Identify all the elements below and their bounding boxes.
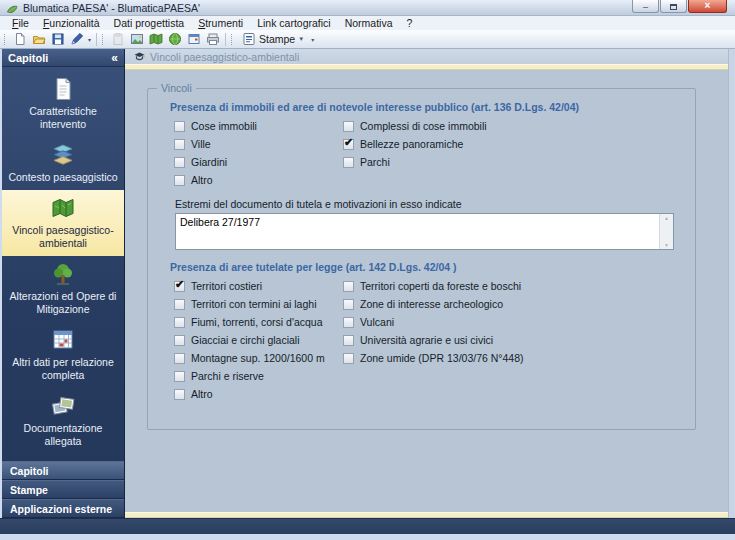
map-button[interactable]: [146, 31, 165, 48]
document-textbox[interactable]: Delibera 27/1977 ▲ ▼: [175, 213, 674, 250]
checkbox-label: Cose immobili: [191, 120, 257, 132]
nav-button-stampe[interactable]: Stampe: [2, 480, 124, 499]
checkbox-label: Territori con termini ai laghi: [191, 298, 316, 310]
minimize-button[interactable]: –: [632, 0, 659, 13]
stampe-button[interactable]: Stampe ▼: [237, 31, 309, 48]
checkbox-box[interactable]: [174, 371, 185, 382]
textbox-scrollbar[interactable]: ▲ ▼: [659, 214, 673, 249]
menu-item-dati-progettista[interactable]: Dati progettista: [107, 17, 192, 29]
checkbox-parchi-e-riserve[interactable]: Parchi e riserve: [170, 367, 339, 385]
checkbox-vulcani[interactable]: Vulcani: [339, 313, 681, 331]
collapse-sidebar-icon[interactable]: «: [111, 51, 118, 65]
checkbox-universita-agrarie-e-usi-civici[interactable]: Università agrarie e usi civici: [339, 331, 681, 349]
menu-item-funzionalita[interactable]: Funzionalità: [36, 17, 107, 29]
image-icon: [130, 32, 144, 46]
sidebar-item-alterazioni-ed-opere-di-mitigazione[interactable]: Alterazioni ed Opere di Mitigazione: [2, 256, 124, 322]
toolbar-options-arrow[interactable]: ▾: [86, 36, 93, 43]
checkbox-box[interactable]: ✔: [174, 281, 185, 292]
toolbar-overflow-arrow[interactable]: ▾: [309, 36, 316, 43]
checkbox-zone-umide[interactable]: Zone umide (DPR 13/03/76 N°448): [339, 349, 681, 367]
checkbox-cose-immobili[interactable]: Cose immobili: [170, 117, 339, 135]
stampe-doc-icon: [242, 32, 256, 46]
window-frame-right[interactable]: [728, 49, 735, 518]
menu-item-normativa[interactable]: Normativa: [338, 17, 400, 29]
checkbox-box[interactable]: [343, 317, 354, 328]
checkbox-label: Fiumi, torrenti, corsi d'acqua: [191, 316, 323, 328]
checkbox-altro-2[interactable]: Altro: [170, 385, 339, 403]
checkbox-zone-di-interesse-archeologico[interactable]: Zone di interesse archeologico: [339, 295, 681, 313]
scroll-up-icon[interactable]: ▲: [664, 215, 669, 221]
form-window-icon: [187, 32, 201, 46]
checkbox-label: Vulcani: [360, 316, 394, 328]
checkbox-altro-1[interactable]: Altro: [170, 171, 339, 189]
checkbox-box[interactable]: [174, 175, 185, 186]
menu-item-link-cartografici[interactable]: Link cartografici: [250, 17, 338, 29]
checkbox-territori-con-termini-ai-laghi[interactable]: Territori con termini ai laghi: [170, 295, 339, 313]
globe-button[interactable]: [165, 31, 184, 48]
checkbox-box[interactable]: [343, 335, 354, 346]
toolbar-grip[interactable]: [4, 34, 7, 45]
menu-item-file[interactable]: File: [5, 17, 36, 29]
sidebar-item-vincoli-paesaggistico-ambientali[interactable]: Vincoli paesaggistico-ambientali: [2, 190, 124, 256]
form-button[interactable]: [184, 31, 203, 48]
checkbox-box[interactable]: [174, 139, 185, 150]
sidebar-items: Caratteristiche intervento Contesto paes…: [2, 67, 124, 461]
checkbox-box[interactable]: [343, 157, 354, 168]
checkbox-parchi[interactable]: Parchi: [339, 153, 681, 171]
close-icon: ×: [705, 1, 711, 11]
nav-button-applicazioni-esterne[interactable]: Applicazioni esterne: [2, 499, 124, 518]
close-button[interactable]: ×: [688, 0, 727, 13]
open-button[interactable]: [29, 31, 48, 48]
scroll-down-icon[interactable]: ▼: [664, 242, 669, 248]
sidebar-item-altri-dati-per-relazione-completa[interactable]: Altri dati per relazione completa: [2, 322, 124, 388]
checkbox-territori-coperti-da-foreste-e-boschi[interactable]: Territori coperti da foreste e boschi: [339, 277, 681, 295]
paste-button[interactable]: [108, 31, 127, 48]
checkbox-box[interactable]: [343, 353, 354, 364]
checkbox-box[interactable]: ✔: [343, 139, 354, 150]
checkbox-montagne-sup-1200-1600-m[interactable]: Montagne sup. 1200/1600 m: [170, 349, 339, 367]
nav-button-capitoli[interactable]: Capitoli: [2, 461, 124, 480]
checkbox-ville[interactable]: Ville: [170, 135, 339, 153]
checkbox-complessi-di-cose-immobili[interactable]: Complessi di cose immobili: [339, 117, 681, 135]
save-icon: [51, 32, 65, 46]
checkbox-giacciai-e-circhi-glaciali[interactable]: Giacciai e circhi glaciali: [170, 331, 339, 349]
app-window: Blumatica PAESA' - BlumaticaPAESA' – × F…: [0, 0, 735, 540]
sidebar-item-documentazione-allegata[interactable]: Documentazione allegata: [2, 388, 124, 454]
toolbar-grip[interactable]: [231, 34, 234, 45]
checkbox-box[interactable]: [343, 121, 354, 132]
sidebar-item-contesto-paesaggistico[interactable]: Contesto paesaggistico: [2, 137, 124, 190]
sidebar-item-caratteristiche-intervento[interactable]: Caratteristiche intervento: [2, 71, 124, 137]
checkbox-box[interactable]: [174, 299, 185, 310]
toolbar-grip[interactable]: [102, 34, 105, 45]
checkbox-box[interactable]: [174, 353, 185, 364]
checkbox-box[interactable]: [343, 281, 354, 292]
new-document-icon: [13, 32, 27, 46]
checkbox-box[interactable]: [343, 299, 354, 310]
checkbox-territori-costieri[interactable]: ✔ Territori costieri: [170, 277, 339, 295]
maximize-button[interactable]: [660, 0, 687, 13]
checkbox-box[interactable]: [174, 317, 185, 328]
checkbox-box[interactable]: [174, 335, 185, 346]
checkbox-box[interactable]: [174, 389, 185, 400]
section2-heading: Presenza di aree tutelate per legge (art…: [170, 261, 681, 273]
main-area: Capitoli « Caratteristiche intervento Co…: [0, 49, 735, 518]
checkbox-box[interactable]: [174, 157, 185, 168]
checkmark-icon: ✔: [344, 137, 353, 148]
save-button[interactable]: [48, 31, 67, 48]
toolbar: ▾ Stampe ▼ ▾: [0, 30, 735, 49]
image-button[interactable]: [127, 31, 146, 48]
pen-button[interactable]: [67, 31, 86, 48]
checkbox-fiumi-torrenti-corsi-dacqua[interactable]: Fiumi, torrenti, corsi d'acqua: [170, 313, 339, 331]
menu-item-help[interactable]: ?: [400, 17, 420, 29]
maximize-icon: [670, 4, 677, 10]
checkbox-giardini[interactable]: Giardini: [170, 153, 339, 171]
document-icon: [50, 76, 76, 102]
checkbox-label: Zone di interesse archeologico: [360, 298, 503, 310]
checkbox-box[interactable]: [174, 121, 185, 132]
checkbox-label: Parchi: [360, 156, 390, 168]
checkbox-bellezze-panoramiche[interactable]: ✔ Bellezze panoramiche: [339, 135, 681, 153]
new-document-button[interactable]: [10, 31, 29, 48]
document-text[interactable]: Delibera 27/1977: [176, 214, 659, 249]
print-button[interactable]: [203, 31, 222, 48]
menu-item-strumenti[interactable]: Strumenti: [191, 17, 250, 29]
